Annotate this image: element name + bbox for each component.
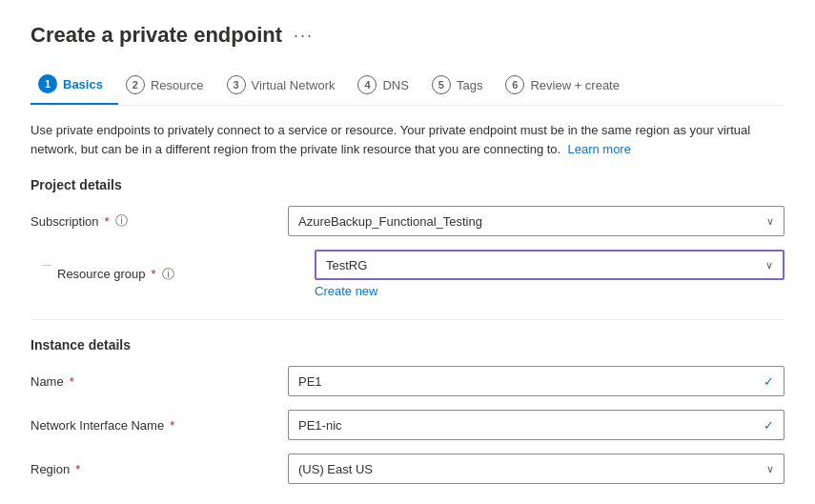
network-interface-value: PE1-nic <box>298 418 758 433</box>
step-basics-label: Basics <box>63 77 103 91</box>
resource-group-info-icon[interactable]: ⓘ <box>162 266 174 283</box>
region-value: (US) East US <box>298 462 761 476</box>
resource-group-row: Resource group * ⓘ TestRG ∨ Create new <box>57 250 784 298</box>
name-dropdown[interactable]: PE1 ✓ <box>288 366 784 396</box>
step-review-create-number: 6 <box>505 75 524 94</box>
region-label-col: Region * <box>31 462 288 476</box>
region-row: Region * (US) East US ∨ <box>31 454 784 484</box>
step-dns[interactable]: 4 DNS <box>350 66 423 104</box>
subscription-value: AzureBackup_Functional_Testing <box>298 214 761 229</box>
step-resource[interactable]: 2 Resource <box>118 66 219 104</box>
step-basics-number: 1 <box>38 74 57 93</box>
description-text: Use private endpoints to privately conne… <box>31 121 784 158</box>
resource-group-content: Resource group * ⓘ TestRG ∨ Create new <box>57 250 784 302</box>
resource-group-label: Resource group <box>57 267 146 281</box>
network-interface-required: * <box>170 418 174 433</box>
step-review-create-label: Review + create <box>530 78 620 92</box>
step-virtual-network-label: Virtual Network <box>252 78 336 92</box>
subscription-required: * <box>105 214 110 229</box>
page-title: Create a private endpoint <box>31 23 282 48</box>
resource-group-outer-row: Resource group * ⓘ TestRG ∨ Create new <box>31 250 784 302</box>
name-value: PE1 <box>298 374 758 389</box>
wizard-steps: 1 Basics 2 Resource 3 Virtual Network 4 … <box>31 65 784 106</box>
region-control-col: (US) East US ∨ <box>288 454 784 484</box>
resource-group-label-col: Resource group * ⓘ <box>57 266 315 283</box>
step-tags-label: Tags <box>457 78 482 92</box>
name-control-col: PE1 ✓ <box>288 366 784 396</box>
name-required: * <box>70 374 74 389</box>
network-interface-check-icon: ✓ <box>764 418 774 433</box>
network-interface-dropdown[interactable]: PE1-nic ✓ <box>288 410 784 440</box>
name-check-icon: ✓ <box>764 374 774 389</box>
name-label-col: Name * <box>31 374 288 389</box>
subscription-info-icon[interactable]: ⓘ <box>115 212 128 230</box>
region-chevron-icon: ∨ <box>766 463 774 475</box>
resource-group-value: TestRG <box>326 258 760 272</box>
resource-group-dropdown[interactable]: TestRG ∨ <box>315 250 784 280</box>
step-review-create[interactable]: 6 Review + create <box>498 66 635 104</box>
region-required: * <box>75 462 80 476</box>
network-interface-control-col: PE1-nic ✓ <box>288 410 784 440</box>
project-details-header: Project details <box>31 177 784 192</box>
subscription-control-col: AzureBackup_Functional_Testing ∨ <box>288 206 784 236</box>
subscription-label: Subscription <box>31 214 99 229</box>
instance-details-header: Instance details <box>31 337 784 353</box>
description-main: Use private endpoints to privately conne… <box>31 123 750 156</box>
subscription-row: Subscription * ⓘ AzureBackup_Functional_… <box>31 206 784 236</box>
step-dns-label: DNS <box>382 78 408 92</box>
network-interface-label-col: Network Interface Name * <box>31 418 288 433</box>
subscription-dropdown[interactable]: AzureBackup_Functional_Testing ∨ <box>288 206 784 236</box>
region-dropdown[interactable]: (US) East US ∨ <box>288 454 784 484</box>
step-dns-number: 4 <box>357 75 377 94</box>
network-interface-label: Network Interface Name <box>31 418 164 433</box>
step-virtual-network-number: 3 <box>227 75 246 94</box>
step-virtual-network[interactable]: 3 Virtual Network <box>219 66 351 104</box>
step-resource-label: Resource <box>151 78 204 92</box>
learn-more-link[interactable]: Learn more <box>567 142 630 156</box>
name-row: Name * PE1 ✓ <box>31 366 784 396</box>
section-divider <box>31 319 784 320</box>
resource-group-control-col: TestRG ∨ Create new <box>315 250 784 298</box>
resource-group-chevron-icon: ∨ <box>765 259 773 272</box>
step-tags-number: 5 <box>432 75 451 94</box>
network-interface-row: Network Interface Name * PE1-nic ✓ <box>31 410 784 440</box>
create-new-link[interactable]: Create new <box>315 284 377 298</box>
subscription-chevron-icon: ∨ <box>766 215 774 228</box>
region-label: Region <box>31 462 70 476</box>
page-title-row: Create a private endpoint ··· <box>31 23 784 48</box>
step-resource-number: 2 <box>126 75 145 94</box>
resource-group-required: * <box>152 267 156 281</box>
ellipsis-menu-icon[interactable]: ··· <box>294 26 314 46</box>
subscription-label-col: Subscription * ⓘ <box>31 212 288 230</box>
step-basics[interactable]: 1 Basics <box>31 65 118 105</box>
name-label: Name <box>31 374 64 389</box>
step-tags[interactable]: 5 Tags <box>424 66 498 104</box>
